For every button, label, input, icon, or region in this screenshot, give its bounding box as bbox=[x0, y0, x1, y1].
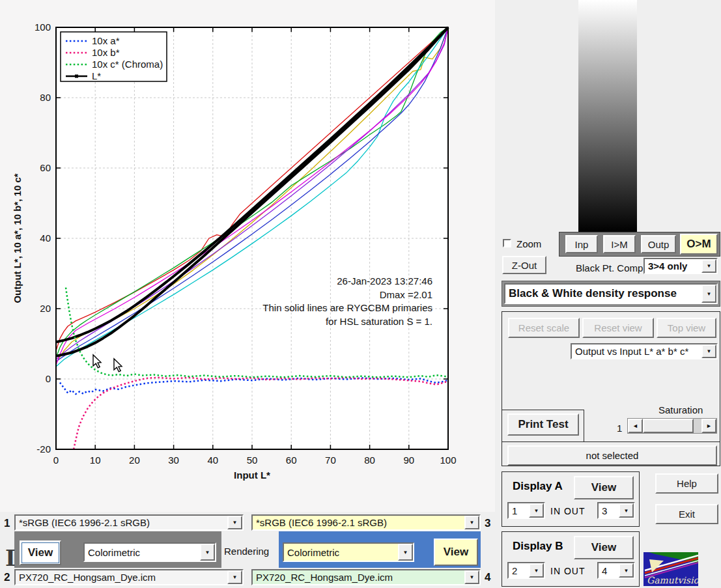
chevron-down-icon[interactable]: ▼ bbox=[200, 544, 215, 561]
profile-4-value: PX720_RC_Hongsam_Dye.icm bbox=[253, 570, 464, 584]
print-test-box: Print Test bbox=[502, 410, 584, 442]
display-b-inout-label: IN OUT bbox=[550, 566, 585, 576]
display-a-in-value: 1 bbox=[509, 503, 529, 518]
zoom-checkbox[interactable] bbox=[503, 239, 511, 247]
display-a-box: Display A View 1 ▼ IN OUT 3 ▼ bbox=[502, 471, 640, 527]
display-b-in-select[interactable]: 2 ▼ bbox=[507, 562, 545, 579]
selection-status-box: not selected bbox=[502, 441, 720, 466]
o-to-m-button[interactable]: O>M bbox=[680, 234, 718, 255]
plot-annotation: 26-Jan-2023 13:27:46 bbox=[337, 275, 432, 287]
reset-view-button[interactable]: Reset view bbox=[582, 318, 654, 338]
intent-b-select[interactable]: Colorimetric ▼ bbox=[283, 542, 414, 562]
x-tick-label: 0 bbox=[53, 455, 59, 466]
exit-button[interactable]: Exit bbox=[655, 504, 718, 524]
svg-text:Gamutvision: Gamutvision bbox=[647, 575, 698, 585]
source-panel: View Colorimetric ▼ bbox=[14, 531, 221, 568]
intent-b-value: Colorimetric bbox=[284, 544, 398, 561]
display-b-out-select[interactable]: 4 ▼ bbox=[597, 562, 635, 579]
slot-2-label: 2 bbox=[4, 571, 10, 584]
help-button[interactable]: Help bbox=[655, 473, 718, 494]
y-tick-label: 40 bbox=[40, 232, 51, 244]
y-tick-label: 0 bbox=[46, 373, 51, 384]
display-a-inout-label: IN OUT bbox=[550, 506, 585, 516]
plot-annotation: for HSL saturation S = 1. bbox=[326, 316, 432, 327]
display-b-view-button[interactable]: View bbox=[574, 536, 634, 559]
grayscale-ramp bbox=[578, 0, 637, 232]
zoom-out-button[interactable]: Z-Out bbox=[502, 256, 546, 274]
plot-annotation: Thin solid lines are RYGCBM primaries bbox=[262, 302, 432, 313]
io-button-strip: Inp I>M Outp O>M bbox=[559, 232, 720, 257]
top-view-button[interactable]: Top view bbox=[657, 318, 716, 338]
x-tick-label: 20 bbox=[129, 455, 140, 466]
plot-figure: 0102030405060708090100-20020406080100Inp… bbox=[0, 0, 495, 512]
chevron-down-icon[interactable]: ▼ bbox=[529, 503, 544, 518]
chevron-down-icon[interactable]: ▼ bbox=[619, 503, 634, 518]
profile-2-value: PX720_RC_Hongsam_Dye.icm bbox=[16, 570, 227, 584]
x-tick-label: 80 bbox=[364, 455, 375, 466]
chevron-down-icon[interactable]: ▼ bbox=[701, 285, 716, 303]
profile-2-select[interactable]: PX720_RC_Hongsam_Dye.icm ▼ bbox=[14, 569, 244, 585]
x-axis-label: Input L* bbox=[234, 469, 270, 481]
reset-scale-button[interactable]: Reset scale bbox=[508, 318, 580, 338]
black-pt-comp-select[interactable]: 3>4 only ▼ bbox=[643, 258, 718, 274]
scrollbar-thumb[interactable] bbox=[643, 419, 694, 433]
chevron-down-icon[interactable]: ▼ bbox=[701, 259, 716, 273]
x-tick-label: 40 bbox=[207, 455, 218, 466]
profile-1-select[interactable]: *sRGB (IEC6 1996-2.1 sRGB) ▼ bbox=[14, 514, 244, 531]
display-a-view-button[interactable]: View bbox=[574, 476, 634, 499]
chevron-down-icon[interactable]: ▼ bbox=[701, 344, 716, 358]
intent-a-select[interactable]: Colorimetric ▼ bbox=[83, 542, 216, 562]
view-a-button[interactable]: View bbox=[20, 540, 61, 565]
display-a-out-select[interactable]: 3 ▼ bbox=[597, 502, 635, 519]
chevron-down-icon[interactable]: ▼ bbox=[464, 516, 479, 529]
rendering-label: Rendering bbox=[224, 546, 269, 557]
gamutvision-logo: Gamutvision bbox=[643, 552, 698, 586]
view-b-button[interactable]: View bbox=[434, 539, 478, 566]
plot-type-select[interactable]: Black & White density response ▼ bbox=[504, 283, 718, 304]
saturation-scrollbar[interactable]: ◄ ► bbox=[627, 418, 717, 434]
response-plot: 0102030405060708090100-20020406080100Inp… bbox=[0, 0, 495, 512]
x-tick-label: 30 bbox=[168, 455, 179, 466]
i-to-m-button[interactable]: I>M bbox=[603, 235, 636, 253]
x-tick-label: 70 bbox=[325, 455, 336, 466]
x-tick-label: 50 bbox=[247, 455, 258, 466]
scroll-right-icon[interactable]: ► bbox=[701, 419, 716, 433]
display-b-in-value: 2 bbox=[509, 563, 529, 578]
x-tick-label: 100 bbox=[440, 455, 456, 466]
x-tick-label: 60 bbox=[286, 455, 297, 466]
print-test-button[interactable]: Print Test bbox=[507, 413, 579, 436]
chevron-down-icon[interactable]: ▼ bbox=[529, 563, 544, 578]
chevron-down-icon[interactable]: ▼ bbox=[464, 570, 479, 584]
profile-4-select[interactable]: PX720_RC_Hongsam_Dye.icm ▼ bbox=[251, 569, 481, 585]
destination-panel: Colorimetric ▼ View bbox=[279, 531, 481, 568]
inp-button[interactable]: Inp bbox=[565, 235, 598, 253]
chevron-down-icon[interactable]: ▼ bbox=[227, 516, 242, 529]
chevron-down-icon[interactable]: ▼ bbox=[227, 570, 242, 584]
scrollbar-track[interactable] bbox=[694, 419, 701, 433]
display-b-box: Display B View 2 ▼ IN OUT 4 ▼ bbox=[502, 531, 640, 587]
black-pt-comp-value: 3>4 only bbox=[645, 259, 701, 273]
selection-status-field: not selected bbox=[507, 445, 717, 466]
saturation-label: Saturation bbox=[658, 404, 703, 415]
y-tick-label: 20 bbox=[40, 303, 51, 314]
axes-select[interactable]: Output vs Input L* a* b* c* ▼ bbox=[571, 343, 718, 359]
display-b-out-value: 4 bbox=[599, 563, 619, 578]
chevron-down-icon[interactable]: ▼ bbox=[619, 563, 634, 578]
chevron-down-icon[interactable]: ▼ bbox=[398, 544, 413, 561]
zoom-checkbox-label: Zoom bbox=[516, 238, 541, 249]
x-tick-label: 90 bbox=[403, 455, 414, 466]
selection-status-text: not selected bbox=[586, 450, 639, 461]
legend-label: 10x b* bbox=[92, 47, 120, 58]
profile-3-select[interactable]: *sRGB (IEC6 1996-2.1 sRGB) ▼ bbox=[251, 514, 481, 531]
legend-label: 10x c* (Chroma) bbox=[92, 59, 163, 70]
view-controls-group: Reset scale Reset view Top view Output v… bbox=[502, 311, 720, 442]
scroll-left-icon[interactable]: ◄ bbox=[628, 419, 643, 433]
legend: 10x a*10x b*10x c* (Chroma)L* bbox=[61, 32, 167, 81]
y-tick-label: 80 bbox=[40, 92, 51, 103]
profile-3-value: *sRGB (IEC6 1996-2.1 sRGB) bbox=[253, 516, 464, 529]
legend-label: L* bbox=[92, 70, 101, 81]
profile-1-value: *sRGB (IEC6 1996-2.1 sRGB) bbox=[16, 516, 227, 529]
display-a-in-select[interactable]: 1 ▼ bbox=[507, 502, 545, 519]
y-tick-label: 60 bbox=[40, 162, 51, 173]
outp-button[interactable]: Outp bbox=[641, 235, 676, 253]
